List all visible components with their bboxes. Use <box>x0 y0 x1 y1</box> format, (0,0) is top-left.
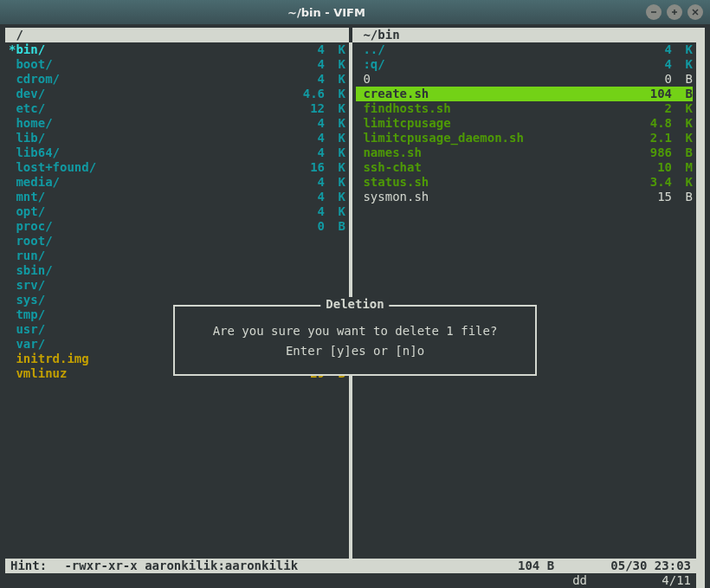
file-name: findhosts.sh <box>356 101 637 116</box>
file-name: lib/ <box>9 131 290 145</box>
file-name: ssh-chat <box>356 160 637 175</box>
file-size: 104 <box>637 87 672 101</box>
file-name: status.sh <box>356 175 637 190</box>
file-row[interactable]: media/4K <box>9 175 345 190</box>
file-row[interactable]: lib64/4K <box>9 145 345 160</box>
file-size: 0 <box>290 219 325 234</box>
file-name: etc/ <box>9 101 290 116</box>
window-titlebar: ~/bin - VIFM <box>0 0 710 24</box>
file-row[interactable]: proc/0B <box>9 219 345 234</box>
file-size <box>290 249 325 263</box>
status-hint-label: Hint: <box>10 559 54 573</box>
status-date: 05/30 23:03 <box>604 559 691 573</box>
file-size: 4.6 <box>290 87 325 101</box>
status-position: 4/11 <box>639 573 691 588</box>
status-bar: Hint: -rwxr-xr-x aaronkilik:aaronkilik 1… <box>5 559 696 573</box>
file-name: sysmon.sh <box>356 190 637 204</box>
file-size <box>290 234 325 249</box>
file-unit: K <box>325 160 345 175</box>
file-name: 0 <box>356 72 637 87</box>
status-size: 104 B <box>518 559 604 573</box>
file-unit: K <box>672 175 693 190</box>
file-size: 15 <box>637 190 672 204</box>
file-row[interactable]: mnt/4K <box>9 190 345 204</box>
dialog-title: Deletion <box>320 297 389 312</box>
file-row[interactable]: boot/4K <box>9 57 345 72</box>
file-name: lost+found/ <box>9 160 290 175</box>
file-row[interactable]: lost+found/16K <box>9 160 345 175</box>
file-name: cdrom/ <box>9 72 290 87</box>
status-command: dd <box>572 573 587 588</box>
file-unit: B <box>672 87 693 101</box>
file-size: 12 <box>290 101 325 116</box>
file-row[interactable]: findhosts.sh2K <box>356 101 693 116</box>
file-name: proc/ <box>9 219 290 234</box>
file-unit: K <box>325 175 345 190</box>
file-row[interactable]: srv/ <box>9 278 345 293</box>
file-unit: K <box>672 101 693 116</box>
file-unit: K <box>325 87 345 101</box>
file-name: create.sh <box>356 87 637 101</box>
file-row[interactable]: cdrom/4K <box>9 72 345 87</box>
file-unit: B <box>672 72 693 87</box>
file-unit: K <box>672 116 693 131</box>
file-name: names.sh <box>356 145 637 160</box>
minimize-button[interactable] <box>646 4 662 20</box>
right-pane[interactable]: ../4K :q/4K 00B create.sh104B findhosts.… <box>352 42 696 559</box>
file-name: :q/ <box>356 57 637 72</box>
file-size: 10 <box>637 160 672 175</box>
file-unit: B <box>672 145 693 160</box>
close-button[interactable] <box>687 4 703 20</box>
file-size: 4 <box>290 204 325 219</box>
file-name: sbin/ <box>9 263 290 278</box>
file-unit: K <box>672 42 693 57</box>
file-row[interactable]: create.sh104B <box>356 87 693 101</box>
file-row[interactable]: 00B <box>356 72 693 87</box>
file-row[interactable]: :q/4K <box>356 57 693 72</box>
file-row[interactable]: limitcpusage_daemon.sh2.1K <box>356 131 693 145</box>
command-bar: dd 4/11 <box>5 573 696 588</box>
file-name: limitcpusage_daemon.sh <box>356 131 637 145</box>
file-row[interactable]: run/ <box>9 249 345 263</box>
file-name: limitcpusage <box>356 116 637 131</box>
file-unit: K <box>325 204 345 219</box>
file-row[interactable]: limitcpusage4.8K <box>356 116 693 131</box>
file-unit: B <box>325 219 345 234</box>
file-row[interactable]: lib/4K <box>9 131 345 145</box>
file-row[interactable]: names.sh986B <box>356 145 693 160</box>
file-row[interactable]: sysmon.sh15B <box>356 190 693 204</box>
left-pane-path: / <box>5 28 349 42</box>
file-unit: B <box>672 190 693 204</box>
file-name: media/ <box>9 175 290 190</box>
file-name: lib64/ <box>9 145 290 160</box>
file-size: 4 <box>290 190 325 204</box>
file-unit: K <box>325 190 345 204</box>
file-name: dev/ <box>9 87 290 101</box>
file-row[interactable]: ssh-chat10M <box>356 160 693 175</box>
status-permissions: -rwxr-xr-x aaronkilik:aaronkilik <box>57 559 298 573</box>
file-row[interactable]: opt/4K <box>9 204 345 219</box>
file-row[interactable]: sbin/ <box>9 263 345 278</box>
file-row[interactable]: ../4K <box>356 42 693 57</box>
file-unit <box>325 263 345 278</box>
file-size: 4 <box>290 175 325 190</box>
file-size: 3.4 <box>637 175 672 190</box>
left-pane[interactable]: *bin/4K boot/4K cdrom/4K dev/4.6K etc/12… <box>5 42 349 559</box>
file-size: 4.8 <box>637 116 672 131</box>
maximize-button[interactable] <box>667 4 682 20</box>
file-name: root/ <box>9 234 290 249</box>
file-row[interactable]: root/ <box>9 234 345 249</box>
file-unit: M <box>672 160 693 175</box>
right-pane-path: ~/bin <box>352 28 696 42</box>
file-row[interactable]: *bin/4K <box>9 42 345 57</box>
scrollbar-gutter[interactable] <box>696 28 705 588</box>
file-row[interactable]: home/4K <box>9 116 345 131</box>
file-row[interactable]: status.sh3.4K <box>356 175 693 190</box>
file-row[interactable]: dev/4.6K <box>9 87 345 101</box>
file-size: 0 <box>637 72 672 87</box>
deletion-dialog[interactable]: Deletion Are you sure you want to delete… <box>173 305 537 376</box>
file-name: boot/ <box>9 57 290 72</box>
file-unit: K <box>325 116 345 131</box>
file-size: 4 <box>290 72 325 87</box>
file-row[interactable]: etc/12K <box>9 101 345 116</box>
